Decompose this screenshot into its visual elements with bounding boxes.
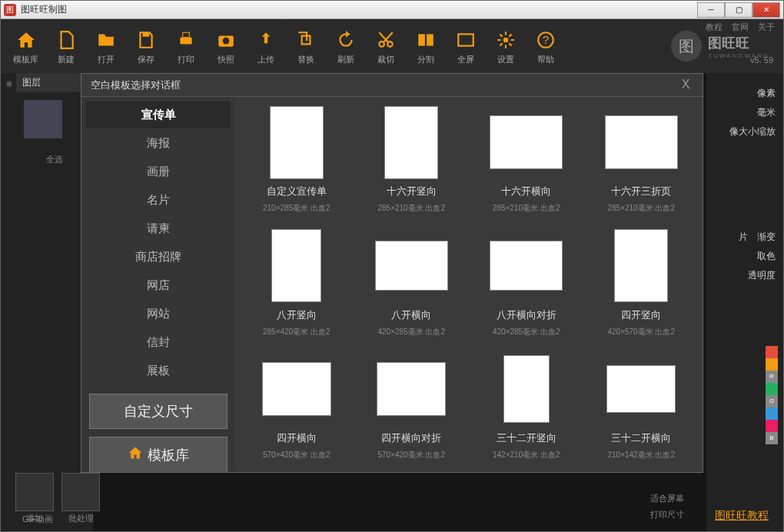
- version-label: v5. 59: [750, 55, 773, 65]
- unit-pixel[interactable]: 像素: [757, 87, 776, 100]
- toolbar-split[interactable]: 分割: [407, 25, 444, 68]
- svg-rect-7: [418, 34, 425, 45]
- color-swatch[interactable]: [766, 407, 778, 420]
- template-dimensions: 420×285毫米 出血2: [493, 327, 560, 337]
- template-thumbnail: [262, 362, 331, 416]
- template-dimensions: 420×570毫米 出血2: [607, 327, 675, 337]
- zoom-label: 像大小缩放: [729, 125, 776, 138]
- color-swatch[interactable]: [766, 358, 778, 371]
- template-item[interactable]: 三十二开横向210×142毫米 出血2: [588, 351, 696, 464]
- template-dimensions: 285×210毫米 出血2: [607, 203, 675, 214]
- template-dimensions: 285×210毫米 出血2: [377, 203, 445, 214]
- toolbar-save[interactable]: 保存: [128, 25, 164, 68]
- template-library-button[interactable]: 模板库: [89, 437, 228, 472]
- template-name: 十六开竖向: [387, 185, 437, 198]
- template-thumbnail: [490, 241, 563, 291]
- color-swatch[interactable]: G: [766, 395, 778, 407]
- template-item[interactable]: 三十二开竖向142×210毫米 出血2: [473, 351, 580, 464]
- template-item[interactable]: 自定义宣传单210×285毫米 出血2: [243, 105, 350, 218]
- toolbar-help[interactable]: ?帮助: [527, 25, 564, 68]
- toolbar-folder[interactable]: 打开: [88, 25, 125, 68]
- app-icon: 图: [4, 4, 16, 16]
- add-icon: [15, 473, 54, 511]
- close-button[interactable]: ✕: [752, 2, 780, 18]
- svg-rect-0: [143, 32, 150, 36]
- category-item[interactable]: 宣传单: [86, 101, 231, 128]
- toolbar-cut[interactable]: 裁切: [367, 25, 404, 68]
- unit-mm[interactable]: 毫米: [757, 106, 776, 119]
- category-item[interactable]: 网店: [86, 272, 231, 299]
- toolbar-replace[interactable]: 替换: [287, 25, 324, 68]
- template-item[interactable]: 八开横向对折420×285毫米 出血2: [473, 228, 580, 341]
- help-icon: ?: [533, 28, 558, 52]
- color-swatch[interactable]: [766, 420, 778, 432]
- category-item[interactable]: 信封: [86, 329, 231, 356]
- maximize-button[interactable]: ▢: [725, 2, 752, 18]
- category-item[interactable]: 名片: [86, 187, 231, 214]
- category-item[interactable]: 海报: [86, 130, 231, 157]
- tab-gradient[interactable]: 渐变: [757, 231, 776, 244]
- tab-pic[interactable]: 片: [739, 231, 748, 244]
- opacity-label: 透明度: [748, 269, 776, 282]
- template-dimensions: 570×420毫米 出血2: [263, 450, 331, 461]
- template-item[interactable]: 四开横向对折570×420毫米 出血2: [358, 351, 466, 464]
- toolbar-settings[interactable]: 设置: [487, 25, 524, 68]
- template-item[interactable]: 四开横向570×420毫米 出血2: [243, 351, 350, 464]
- tutorial-link[interactable]: 图旺旺教程: [715, 509, 769, 523]
- link-tutorial[interactable]: 教程: [706, 22, 723, 33]
- color-swatch[interactable]: R: [766, 371, 778, 383]
- dialog-close-button[interactable]: X: [678, 78, 693, 93]
- layer-thumbnail[interactable]: [24, 100, 62, 138]
- link-official[interactable]: 官网: [732, 22, 749, 33]
- picker-label[interactable]: 取色: [757, 250, 776, 263]
- template-item[interactable]: 八开竖向285×420毫米 出血2: [243, 228, 350, 341]
- template-item[interactable]: 十六开横向285×210毫米 出血2: [473, 105, 580, 218]
- settings-icon: [493, 28, 518, 52]
- template-item[interactable]: 四开竖向420×570毫米 出血2: [588, 228, 696, 341]
- template-name: 四开竖向: [621, 308, 661, 322]
- color-swatch[interactable]: [766, 383, 778, 395]
- template-name: 十六开横向: [501, 185, 551, 198]
- toolbar-refresh[interactable]: 刷新: [327, 25, 364, 68]
- template-item[interactable]: 十六开竖向285×210毫米 出血2: [358, 105, 466, 218]
- svg-point-10: [503, 37, 509, 42]
- template-name: 三十二开横向: [611, 431, 671, 445]
- toolbar-camera[interactable]: 快照: [208, 25, 244, 68]
- template-thumbnail: [375, 241, 448, 291]
- template-name: 八开横向对折: [497, 308, 556, 322]
- window-title: 图旺旺制图: [21, 3, 697, 16]
- category-item[interactable]: 商店招牌: [86, 244, 231, 271]
- color-swatch[interactable]: B: [766, 432, 778, 444]
- file-icon: [54, 28, 78, 52]
- toolbar-file[interactable]: 新建: [48, 25, 85, 68]
- custom-size-button[interactable]: 自定义尺寸: [89, 394, 228, 429]
- template-name: 四开横向: [277, 431, 317, 445]
- svg-rect-9: [458, 34, 473, 45]
- template-item[interactable]: 十六开三折页285×210毫米 出血2: [588, 105, 696, 218]
- toolbar-print[interactable]: 打印: [168, 25, 204, 68]
- color-swatch[interactable]: [766, 346, 778, 358]
- template-item[interactable]: 八开横向420×285毫米 出血2: [358, 228, 466, 341]
- template-name: 三十二开竖向: [497, 431, 556, 445]
- svg-rect-1: [180, 37, 191, 44]
- template-name: 自定义宣传单: [267, 185, 327, 198]
- category-item[interactable]: 请柬: [86, 215, 231, 242]
- toolbar-home[interactable]: 模板库: [7, 25, 45, 68]
- template-name: 八开竖向: [277, 308, 317, 322]
- category-item[interactable]: 网站: [86, 301, 231, 328]
- bottom-bar: 添加 批处理: [15, 473, 100, 524]
- category-item[interactable]: 展板: [86, 357, 231, 384]
- fullscreen-icon: [453, 28, 478, 52]
- template-dimensions: 210×142毫米 出血2: [607, 450, 675, 461]
- print-size-button[interactable]: 打印尺寸: [650, 509, 684, 520]
- add-button[interactable]: 添加: [15, 473, 54, 524]
- fit-screen-button[interactable]: 适合屏幕: [650, 493, 684, 504]
- toolbar-upload[interactable]: 上传: [247, 25, 284, 68]
- toolbar-fullscreen[interactable]: 全屏: [447, 25, 484, 68]
- minimize-button[interactable]: ─: [697, 2, 725, 18]
- refresh-icon: [334, 28, 358, 52]
- link-about[interactable]: 关于: [758, 22, 775, 33]
- batch-button[interactable]: 批处理: [61, 473, 100, 524]
- category-item[interactable]: 画册: [86, 158, 231, 185]
- template-thumbnail: [614, 229, 668, 302]
